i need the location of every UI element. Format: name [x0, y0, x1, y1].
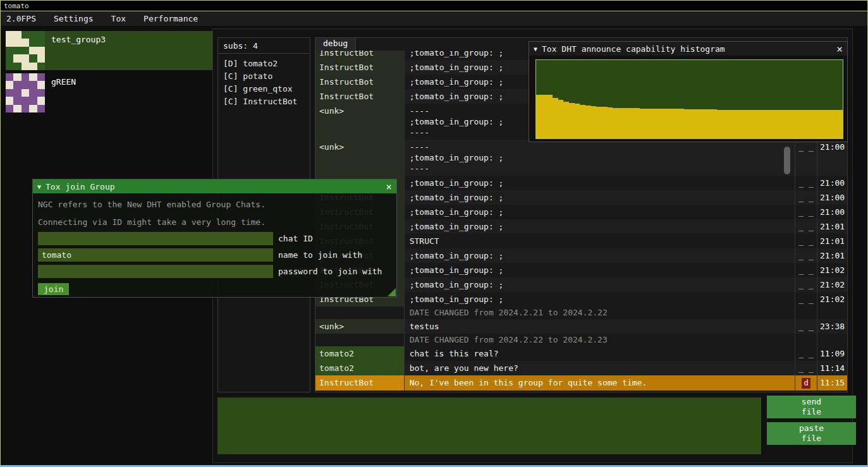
group-list-item-test_group3[interactable]: test_group3 [6, 31, 212, 70]
delivery-flags: _ _ [795, 346, 817, 361]
histogram-bar [706, 109, 711, 138]
group-list-item-gREEN[interactable]: gREEN [6, 73, 212, 112]
histogram-bar [553, 98, 558, 138]
message-text: ----;tomato_in_group: ;---- [404, 140, 795, 176]
histogram-bar [596, 107, 602, 138]
message-text: bot, are you new here? [404, 361, 795, 375]
delivery-flags [795, 334, 817, 346]
collapse-arrow-icon[interactable]: ▼ [534, 45, 537, 52]
histogram-bar [783, 110, 788, 138]
chat-message-row[interactable]: tomato2chat is this real?_ _11:09 [315, 346, 847, 361]
chat-system-row[interactable]: DATE CHANGED from 2024.2.22 to 2024.2.23 [315, 334, 847, 346]
dht-histogram-window[interactable]: ▼ Tox DHT announce capability histogram … [529, 41, 848, 142]
message-text: chat is this real? [404, 346, 795, 361]
message-text: testus [404, 319, 795, 334]
histogram-bar [618, 108, 624, 138]
message-text: No, I've been in this group for quite so… [404, 375, 795, 391]
message-text: ;tomato_in_group: ; [404, 176, 795, 190]
delivery-flags: _ _ [795, 263, 817, 277]
histogram-bar [678, 109, 684, 138]
histogram-bar [575, 104, 580, 138]
join-button[interactable]: join [38, 283, 69, 295]
system-text: DATE CHANGED from 2024.2.22 to 2024.2.23 [404, 334, 795, 346]
chat-message-row[interactable]: tomato2bot, are you new here?_ _11:14 [315, 361, 847, 375]
message-text: ;tomato_in_group: ; [404, 263, 795, 277]
histogram-bar [536, 95, 542, 138]
histogram-bar [591, 106, 597, 138]
histogram-bar [804, 110, 810, 138]
histogram-bar [750, 110, 755, 138]
histogram-window-title: Tox DHT announce capability histogram [542, 44, 725, 54]
histogram-bar [580, 105, 585, 138]
peer-name [315, 334, 404, 346]
chat-id-input[interactable] [38, 232, 273, 245]
chat-system-row[interactable]: DATE CHANGED from 2024.2.21 to 2024.2.22 [315, 306, 847, 319]
join-name-label: name to join with [278, 250, 362, 260]
message-input[interactable] [217, 397, 761, 454]
histogram-bar [651, 109, 657, 138]
delivery-flags [795, 306, 817, 319]
menu-tox[interactable]: Tox [102, 12, 135, 26]
histogram-bar [788, 110, 793, 138]
histogram-bar [662, 109, 668, 138]
group-name: gREEN [45, 73, 76, 112]
close-icon[interactable]: × [386, 181, 392, 193]
message-text: ;tomato_in_group: ; [404, 277, 795, 292]
message-time: 21:02 [817, 277, 847, 292]
join-name-input[interactable] [38, 248, 273, 262]
histogram-bar [684, 109, 690, 138]
subs-list-item[interactable]: [C] potato [223, 70, 305, 83]
message-time [817, 306, 847, 319]
message-time: 21:01 [817, 248, 847, 263]
peer-name: InstructBot [315, 51, 404, 60]
message-time: 21:01 [817, 234, 847, 248]
collapse-arrow-icon[interactable]: ▼ [37, 183, 41, 190]
join-window-titlebar[interactable]: ▼ Tox join Group × [33, 179, 396, 193]
menu-settings[interactable]: Settings [45, 12, 102, 26]
histogram-bar [733, 110, 739, 138]
close-icon[interactable]: × [836, 43, 843, 55]
peer-name: InstructBot [315, 75, 404, 89]
histogram-bar [608, 107, 613, 138]
histogram-bar [766, 110, 772, 138]
delivery-flags: _ _ [795, 361, 817, 375]
histogram-bar [826, 110, 832, 138]
message-time: 21:02 [817, 292, 847, 306]
histogram-bar [613, 108, 618, 138]
delivery-flags: _ _ [795, 219, 817, 234]
message-time: 11:09 [817, 346, 847, 361]
histogram-bar [821, 110, 826, 138]
subs-list-item[interactable]: [C] InstructBot [223, 95, 305, 108]
subs-list-item[interactable]: [D] tomato2 [223, 58, 305, 70]
join-password-input[interactable] [38, 265, 273, 278]
subs-list-item[interactable]: [C] green_qtox [223, 83, 305, 95]
paste-file-button[interactable]: paste file [767, 422, 856, 445]
delivery-flags: _ _ [795, 176, 817, 190]
message-text: STRUCT [404, 234, 795, 248]
join-password-label: password to join with [278, 267, 382, 276]
histogram-window-titlebar[interactable]: ▼ Tox DHT announce capability histogram … [529, 42, 847, 56]
chat-message-row[interactable]: <unk>testus_ _23:38 [315, 319, 847, 334]
group-avatar [6, 31, 45, 70]
message-time: 21:01 [817, 219, 847, 234]
message-time: 23:38 [817, 319, 847, 334]
histogram-bar [695, 109, 700, 138]
tab-debug[interactable]: debug [315, 38, 356, 51]
menu-performance[interactable]: Performance [135, 12, 207, 26]
send-file-button[interactable]: send file [767, 396, 856, 418]
chat-message-row[interactable]: <unk>----;tomato_in_group: ;----_ _21:00 [315, 140, 847, 176]
chat-message-row[interactable]: InstructBotNo, I've been in this group f… [315, 375, 847, 391]
histogram-bar [542, 95, 547, 138]
delivery-flags: _ _ [795, 234, 817, 248]
chat-scrollbar[interactable] [784, 147, 790, 174]
window-titlebar[interactable]: tomato [1, 1, 867, 11]
message-time: 21:00 [817, 190, 847, 205]
fps-counter: 2.0FPS [1, 12, 45, 26]
peer-name: InstructBot [315, 60, 404, 75]
join-group-window[interactable]: ▼ Tox join Group × NGC refers to the New… [32, 179, 397, 298]
histogram-bar [755, 110, 761, 138]
delivery-flags: _ _ [795, 277, 817, 292]
resize-grip[interactable] [388, 288, 396, 296]
join-info-line: NGC refers to the New DHT enabled Group … [38, 198, 391, 211]
histogram-bar [629, 108, 635, 138]
